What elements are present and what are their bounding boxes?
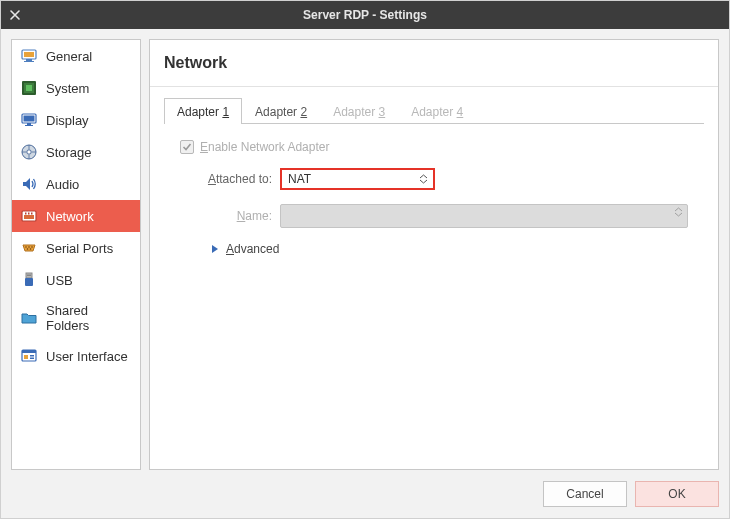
system-icon xyxy=(20,79,38,97)
svg-rect-25 xyxy=(28,275,29,277)
svg-rect-8 xyxy=(24,116,35,122)
adapter-settings: Enable Network Adapter Attached to: NAT xyxy=(164,124,704,266)
cancel-button[interactable]: Cancel xyxy=(543,481,627,507)
ok-button[interactable]: OK xyxy=(635,481,719,507)
svg-rect-10 xyxy=(25,125,33,126)
sidebar-item-label: USB xyxy=(46,273,73,288)
serial-ports-icon xyxy=(20,239,38,257)
dropdown-arrows-icon xyxy=(417,174,429,184)
checkbox-checked-icon xyxy=(180,140,194,154)
sidebar-item-display[interactable]: Display xyxy=(12,104,140,136)
tab-adapter-4[interactable]: Adapter 4 xyxy=(398,98,476,124)
sidebar-item-label: Storage xyxy=(46,145,92,160)
svg-rect-29 xyxy=(24,355,28,359)
category-sidebar: General System Display Storage Audio Net xyxy=(11,39,141,470)
svg-rect-15 xyxy=(25,213,27,215)
svg-rect-23 xyxy=(26,273,32,278)
dropdown-arrows-icon xyxy=(674,207,683,217)
attached-to-label: Attached to: xyxy=(180,172,280,186)
svg-point-18 xyxy=(25,246,27,248)
general-icon xyxy=(20,47,38,65)
sidebar-item-usb[interactable]: USB xyxy=(12,264,140,296)
sidebar-item-network[interactable]: Network xyxy=(12,200,140,232)
advanced-label: Advanced xyxy=(226,242,279,256)
attached-to-value: NAT xyxy=(288,172,417,186)
sidebar-item-label: User Interface xyxy=(46,349,128,364)
svg-rect-6 xyxy=(26,85,32,91)
sidebar-item-label: Display xyxy=(46,113,89,128)
sidebar-item-label: System xyxy=(46,81,89,96)
display-icon xyxy=(20,111,38,129)
svg-rect-3 xyxy=(24,61,34,62)
svg-rect-17 xyxy=(31,213,33,215)
svg-rect-24 xyxy=(25,278,33,286)
audio-icon xyxy=(20,175,38,193)
svg-rect-16 xyxy=(28,213,30,215)
sidebar-item-label: General xyxy=(46,49,92,64)
storage-icon xyxy=(20,143,38,161)
advanced-toggle[interactable]: Advanced xyxy=(210,242,688,256)
settings-window: Server RDP - Settings General System Dis… xyxy=(0,0,730,519)
svg-point-21 xyxy=(27,248,29,250)
svg-rect-9 xyxy=(27,123,31,125)
tab-adapter-3[interactable]: Adapter 3 xyxy=(320,98,398,124)
user-interface-icon xyxy=(20,347,38,365)
enable-network-adapter-label: Enable Network Adapter xyxy=(200,140,329,154)
sidebar-item-system[interactable]: System xyxy=(12,72,140,104)
svg-point-20 xyxy=(31,246,33,248)
sidebar-item-label: Network xyxy=(46,209,94,224)
tab-adapter-1[interactable]: Adapter 1 xyxy=(164,98,242,124)
page-title: Network xyxy=(150,40,718,87)
svg-rect-26 xyxy=(30,275,31,277)
sidebar-item-user-interface[interactable]: User Interface xyxy=(12,340,140,372)
enable-network-adapter-checkbox: Enable Network Adapter xyxy=(180,140,329,154)
svg-point-12 xyxy=(27,150,31,154)
svg-rect-31 xyxy=(30,358,34,360)
titlebar: Server RDP - Settings xyxy=(1,1,729,29)
svg-rect-28 xyxy=(22,350,36,353)
sidebar-item-shared-folders[interactable]: Shared Folders xyxy=(12,296,140,340)
shared-folders-icon xyxy=(20,309,38,327)
sidebar-item-general[interactable]: General xyxy=(12,40,140,72)
name-dropdown xyxy=(280,204,688,228)
network-icon xyxy=(20,207,38,225)
svg-rect-30 xyxy=(30,355,34,357)
sidebar-item-serial-ports[interactable]: Serial Ports xyxy=(12,232,140,264)
dialog-footer: Cancel OK xyxy=(1,470,729,518)
svg-rect-2 xyxy=(26,59,32,61)
sidebar-item-label: Audio xyxy=(46,177,79,192)
sidebar-item-audio[interactable]: Audio xyxy=(12,168,140,200)
sidebar-item-label: Shared Folders xyxy=(46,303,132,333)
usb-icon xyxy=(20,271,38,289)
svg-rect-1 xyxy=(24,52,34,57)
sidebar-item-storage[interactable]: Storage xyxy=(12,136,140,168)
tab-adapter-2[interactable]: Adapter 2 xyxy=(242,98,320,124)
attached-to-dropdown[interactable]: NAT xyxy=(280,168,435,190)
svg-rect-14 xyxy=(24,215,34,219)
close-icon[interactable] xyxy=(9,9,21,21)
adapter-tabs: Adapter 1 Adapter 2 Adapter 3 Adapter 4 xyxy=(164,97,704,124)
window-title: Server RDP - Settings xyxy=(303,8,427,22)
svg-point-19 xyxy=(28,246,30,248)
sidebar-item-label: Serial Ports xyxy=(46,241,113,256)
svg-point-22 xyxy=(30,248,32,250)
name-label: Name: xyxy=(180,209,280,223)
settings-panel: Network Adapter 1 Adapter 2 Adapter 3 Ad… xyxy=(149,39,719,470)
disclosure-triangle-icon xyxy=(210,244,220,254)
